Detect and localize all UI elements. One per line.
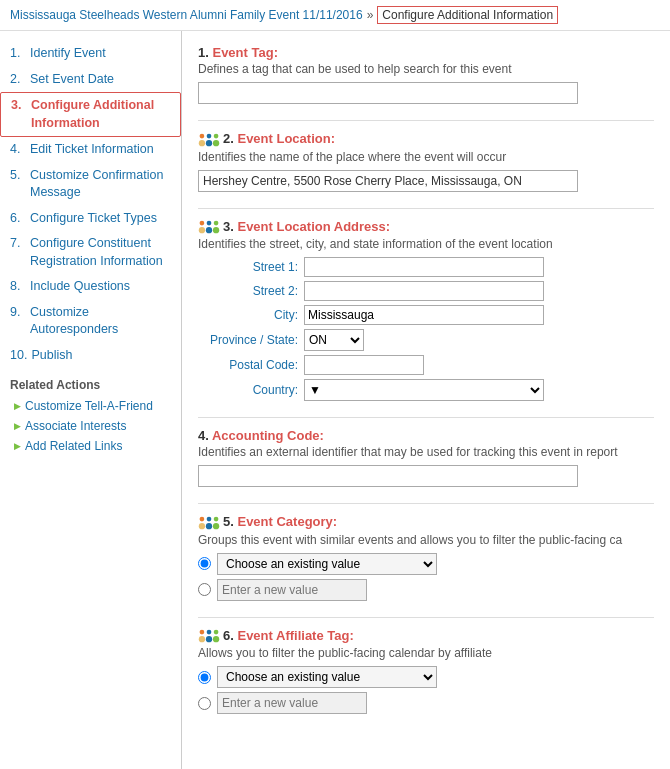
street1-label: Street 1: bbox=[198, 260, 298, 274]
section-title-accounting-code: 4. Accounting Code: bbox=[198, 428, 654, 443]
radio-existing-event-affiliate-tag[interactable] bbox=[198, 671, 211, 684]
sidebar-item-label: Configure Additional Information bbox=[31, 97, 170, 132]
section-event-category: 5. Event Category:Groups this event with… bbox=[198, 514, 654, 601]
radio-group-event-category: Choose an existing value bbox=[198, 553, 654, 601]
input-event-tag[interactable] bbox=[198, 82, 578, 104]
sidebar-item-1[interactable]: 1.Identify Event bbox=[0, 41, 181, 67]
svg-point-15 bbox=[206, 523, 212, 529]
radio-new-event-category[interactable] bbox=[198, 583, 211, 596]
sidebar-item-label: Identify Event bbox=[30, 45, 106, 63]
sidebar-related-item-1[interactable]: Customize Tell-A-Friend bbox=[0, 396, 181, 416]
section-desc-accounting-code: Identifies an external identifier that m… bbox=[198, 445, 654, 459]
sidebar-related-item-3[interactable]: Add Related Links bbox=[0, 436, 181, 456]
section-desc-event-tag: Defines a tag that can be used to help s… bbox=[198, 62, 654, 76]
related-actions-title: Related Actions bbox=[0, 368, 181, 396]
province-row: Province / State: ON BC AB QC bbox=[198, 329, 654, 351]
section-title-event-location: 2. Event Location: bbox=[198, 131, 654, 148]
svg-point-8 bbox=[207, 221, 212, 226]
svg-point-17 bbox=[213, 523, 219, 529]
sidebar-item-2[interactable]: 2.Set Event Date bbox=[0, 67, 181, 93]
city-label: City: bbox=[198, 308, 298, 322]
city-input[interactable] bbox=[304, 305, 544, 325]
sidebar-item-5[interactable]: 5.Customize Confirmation Message bbox=[0, 163, 181, 206]
main-content: 1. Event Tag:Defines a tag that can be u… bbox=[182, 31, 670, 769]
new-value-input-event-category[interactable] bbox=[217, 579, 367, 601]
breadcrumb-link[interactable]: Mississauga Steelheads Western Alumni Fa… bbox=[10, 8, 363, 22]
section-desc-event-location: Identifies the name of the place where t… bbox=[198, 150, 654, 164]
city-row: City: bbox=[198, 305, 654, 325]
sidebar-item-num: 10. bbox=[10, 347, 27, 365]
sidebar-item-3[interactable]: 3.Configure Additional Information bbox=[0, 92, 181, 137]
section-divider-1 bbox=[198, 208, 654, 209]
svg-point-0 bbox=[200, 133, 205, 138]
sidebar-item-4[interactable]: 4.Edit Ticket Information bbox=[0, 137, 181, 163]
section-desc-event-location-address: Identifies the street, city, and state i… bbox=[198, 237, 654, 251]
section-accounting-code: 4. Accounting Code:Identifies an externa… bbox=[198, 428, 654, 487]
section-event-affiliate-tag: 6. Event Affiliate Tag:Allows you to fil… bbox=[198, 628, 654, 715]
sidebar-related-item-2[interactable]: Associate Interests bbox=[0, 416, 181, 436]
street2-input[interactable] bbox=[304, 281, 544, 301]
sidebar-item-label: Configure Ticket Types bbox=[30, 210, 157, 228]
street1-input[interactable] bbox=[304, 257, 544, 277]
postal-row: Postal Code: bbox=[198, 355, 654, 375]
sidebar-item-label: Configure Constituent Registration Infor… bbox=[30, 235, 171, 270]
sidebar-item-num: 6. bbox=[10, 210, 26, 228]
country-select[interactable]: ▼ Canada United States bbox=[304, 379, 544, 401]
svg-point-10 bbox=[214, 221, 219, 226]
province-select[interactable]: ON BC AB QC bbox=[304, 329, 364, 351]
street2-row: Street 2: bbox=[198, 281, 654, 301]
input-event-location[interactable] bbox=[198, 170, 578, 192]
sidebar-item-num: 4. bbox=[10, 141, 26, 159]
section-divider-2 bbox=[198, 417, 654, 418]
svg-point-14 bbox=[207, 516, 212, 521]
people-icon bbox=[198, 515, 220, 531]
svg-point-1 bbox=[199, 140, 205, 146]
svg-point-23 bbox=[213, 636, 219, 642]
breadcrumb-current: Configure Additional Information bbox=[377, 6, 558, 24]
svg-point-18 bbox=[200, 630, 205, 635]
radio-row-new-event-category bbox=[198, 579, 654, 601]
radio-existing-event-category[interactable] bbox=[198, 557, 211, 570]
address-block: Street 1: Street 2: City: Province / Sta… bbox=[198, 257, 654, 401]
sidebar-item-label: Customize Confirmation Message bbox=[30, 167, 171, 202]
sidebar-item-num: 7. bbox=[10, 235, 26, 253]
sidebar-item-6[interactable]: 6.Configure Ticket Types bbox=[0, 206, 181, 232]
svg-point-2 bbox=[207, 133, 212, 138]
sidebar-item-label: Include Questions bbox=[30, 278, 130, 296]
sidebar-item-8[interactable]: 8.Include Questions bbox=[0, 274, 181, 300]
svg-point-19 bbox=[199, 636, 205, 642]
section-title-event-location-address: 3. Event Location Address: bbox=[198, 219, 654, 236]
sidebar-item-7[interactable]: 7.Configure Constituent Registration Inf… bbox=[0, 231, 181, 274]
sidebar-item-label: Publish bbox=[31, 347, 72, 365]
section-desc-event-affiliate-tag: Allows you to filter the public-facing c… bbox=[198, 646, 654, 660]
people-icon bbox=[198, 219, 220, 235]
section-event-location-address: 3. Event Location Address:Identifies the… bbox=[198, 219, 654, 402]
breadcrumb-separator: » bbox=[367, 8, 374, 22]
svg-point-11 bbox=[213, 227, 219, 233]
radio-new-event-affiliate-tag[interactable] bbox=[198, 697, 211, 710]
people-icon bbox=[198, 628, 220, 644]
existing-value-dropdown-event-category[interactable]: Choose an existing value bbox=[217, 553, 437, 575]
svg-point-9 bbox=[206, 227, 212, 233]
svg-point-13 bbox=[199, 523, 205, 529]
sidebar-item-num: 8. bbox=[10, 278, 26, 296]
radio-row-existing-event-affiliate-tag: Choose an existing value bbox=[198, 666, 654, 688]
sidebar-item-9[interactable]: 9.Customize Autoresponders bbox=[0, 300, 181, 343]
svg-point-3 bbox=[206, 140, 212, 146]
existing-value-dropdown-event-affiliate-tag[interactable]: Choose an existing value bbox=[217, 666, 437, 688]
new-value-input-event-affiliate-tag[interactable] bbox=[217, 692, 367, 714]
sidebar-item-10[interactable]: 10.Publish bbox=[0, 343, 181, 369]
section-event-tag: 1. Event Tag:Defines a tag that can be u… bbox=[198, 45, 654, 104]
postal-label: Postal Code: bbox=[198, 358, 298, 372]
svg-point-5 bbox=[213, 140, 219, 146]
sidebar-item-label: Customize Autoresponders bbox=[30, 304, 171, 339]
section-desc-event-category: Groups this event with similar events an… bbox=[198, 533, 654, 547]
sidebar-item-num: 3. bbox=[11, 97, 27, 115]
section-divider-3 bbox=[198, 503, 654, 504]
input-accounting-code[interactable] bbox=[198, 465, 578, 487]
svg-point-16 bbox=[214, 516, 219, 521]
postal-input[interactable] bbox=[304, 355, 424, 375]
country-label: Country: bbox=[198, 383, 298, 397]
sidebar-item-num: 1. bbox=[10, 45, 26, 63]
radio-group-event-affiliate-tag: Choose an existing value bbox=[198, 666, 654, 714]
